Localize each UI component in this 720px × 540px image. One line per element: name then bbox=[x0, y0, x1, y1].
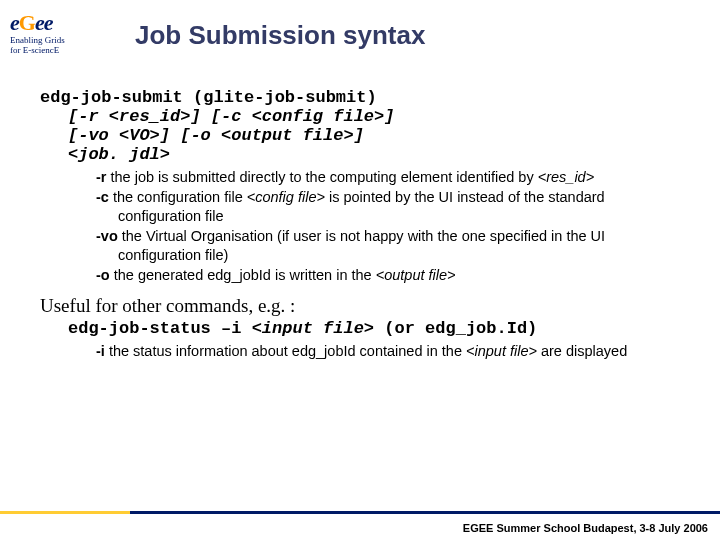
logo-tag2: for E-sciencE bbox=[10, 46, 105, 56]
desc-i: -i the status information about edg_jobI… bbox=[80, 342, 690, 362]
cmd-main: edg-job-submit (glite-job-submit) bbox=[40, 88, 690, 107]
useful-heading: Useful for other commands, e.g. : bbox=[40, 295, 690, 317]
desc-r: -r the job is submitted directly to the … bbox=[80, 168, 690, 188]
status-description: -i the status information about edg_jobI… bbox=[40, 338, 690, 368]
egee-logo: eGee Enabling Grids for E-sciencE bbox=[10, 10, 105, 70]
logo-main: eGee bbox=[10, 10, 105, 36]
cmd-opt2: [-vo <VO>] [-o <output file>] bbox=[40, 126, 690, 145]
cmd-opt1: [-r <res_id>] [-c <config file>] bbox=[40, 107, 690, 126]
desc-o: -o the generated edg_jobId is written in… bbox=[80, 266, 690, 286]
desc-c: -c the configuration file <config file> … bbox=[80, 188, 690, 227]
footer-text: EGEE Summer School Budapest, 3-8 July 20… bbox=[463, 522, 708, 534]
cmd-jdl: <job. jdl> bbox=[40, 145, 690, 164]
desc-vo: -vo the Virtual Organisation (if user is… bbox=[80, 227, 690, 266]
option-descriptions: -r the job is submitted directly to the … bbox=[40, 164, 690, 291]
header: eGee Enabling Grids for E-sciencE Job Su… bbox=[0, 0, 720, 70]
content: edg-job-submit (glite-job-submit) [-r <r… bbox=[0, 70, 720, 368]
footer-divider bbox=[0, 510, 720, 514]
cmd-status: edg-job-status –i <input file> (or edg_j… bbox=[40, 319, 690, 338]
page-title: Job Submission syntax bbox=[135, 20, 425, 51]
